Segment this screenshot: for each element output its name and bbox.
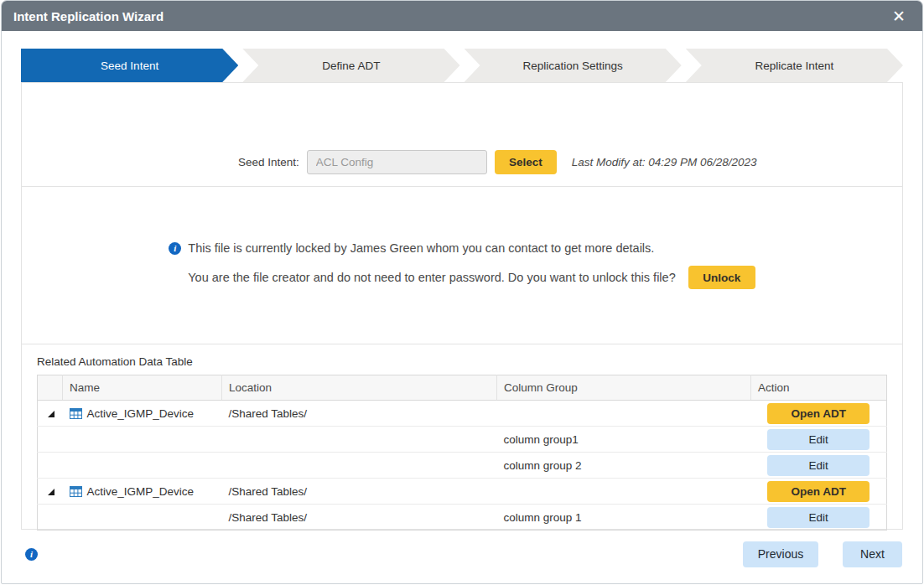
data-table-icon [70, 486, 82, 497]
adt-row: /Shared Tables/ column group 1 Edit [38, 505, 887, 531]
adt-table-header-row: Name Location Column Group Action [38, 375, 887, 401]
column-header-name: Name [63, 375, 222, 401]
last-modify-text: Last Modify at: 04:29 PM 06/28/2023 [572, 156, 757, 168]
adt-location [222, 453, 497, 479]
footer: i Previous Next [2, 530, 922, 583]
close-icon[interactable]: ✕ [887, 7, 911, 26]
wizard-content-panel: Seed Intent: Select Last Modify at: 04:2… [21, 82, 903, 530]
adt-column-group [497, 479, 751, 505]
lock-notice-section: i This file is currently locked by James… [22, 187, 902, 344]
step-replication-settings[interactable]: Replication Settings [465, 49, 682, 82]
adt-row: column group 2 Edit [38, 453, 887, 479]
step-label: Replication Settings [522, 60, 622, 72]
adt-name [63, 505, 222, 531]
lock-message-line2: You are the file creator and do not need… [188, 271, 675, 284]
adt-location: /Shared Tables/ [222, 505, 497, 531]
step-define-adt[interactable]: Define ADT [242, 49, 459, 82]
adt-name [63, 453, 222, 479]
help-info-icon[interactable]: i [25, 548, 38, 561]
column-header-column-group: Column Group [497, 375, 751, 401]
unlock-button[interactable]: Unlock [688, 266, 755, 289]
adt-column-group: column group 1 [497, 505, 751, 531]
edit-button[interactable]: Edit [767, 429, 869, 450]
step-label: Replicate Intent [755, 60, 833, 72]
open-adt-button[interactable]: Open ADT [767, 403, 869, 424]
adt-column-group [497, 401, 751, 427]
column-header-location: Location [222, 375, 497, 401]
adt-row: column group1 Edit [38, 427, 887, 453]
edit-button[interactable]: Edit [767, 507, 869, 528]
lock-message-line1: This file is currently locked by James G… [188, 241, 654, 255]
column-header-expand [38, 375, 63, 401]
adt-location: /Shared Tables/ [222, 401, 497, 427]
wizard-steps: Seed Intent Define ADT Replication Setti… [21, 49, 903, 82]
expand-caret-icon[interactable] [48, 411, 55, 417]
next-button[interactable]: Next [843, 541, 902, 567]
adt-name: Active_IGMP_Device [87, 485, 195, 498]
step-seed-intent[interactable]: Seed Intent [21, 49, 238, 82]
adt-table-section: Related Automation Data Table Name Locat… [22, 344, 902, 531]
adt-row: Active_IGMP_Device /Shared Tables/ Open … [38, 401, 887, 427]
step-label: Seed Intent [101, 60, 158, 72]
select-button[interactable]: Select [495, 150, 557, 174]
seed-intent-section: Seed Intent: Select Last Modify at: 04:2… [22, 83, 902, 187]
adt-column-group: column group 2 [497, 453, 751, 479]
adt-name: Active_IGMP_Device [87, 407, 195, 420]
data-table-icon [70, 408, 82, 419]
seed-intent-input[interactable] [307, 150, 487, 174]
info-icon: i [169, 242, 181, 255]
column-header-action: Action [751, 375, 887, 401]
previous-button[interactable]: Previous [743, 541, 818, 567]
adt-name [63, 427, 222, 453]
adt-table: Name Location Column Group Action [37, 375, 887, 531]
title-bar: Intent Replication Wizard ✕ [2, 1, 922, 31]
step-label: Define ADT [322, 60, 380, 72]
expand-caret-icon[interactable] [48, 489, 55, 495]
seed-intent-label: Seed Intent: [238, 156, 299, 168]
open-adt-button[interactable]: Open ADT [767, 481, 869, 502]
adt-location: /Shared Tables/ [222, 479, 497, 505]
step-replicate-intent[interactable]: Replicate Intent [686, 49, 903, 82]
adt-row: Active_IGMP_Device /Shared Tables/ Open … [38, 479, 887, 505]
edit-button[interactable]: Edit [767, 455, 869, 476]
adt-table-title: Related Automation Data Table [37, 355, 887, 368]
window-title: Intent Replication Wizard [13, 9, 164, 23]
adt-column-group: column group1 [497, 427, 751, 453]
intent-replication-wizard-dialog: Intent Replication Wizard ✕ Seed Intent … [1, 0, 923, 584]
adt-location [222, 427, 497, 453]
